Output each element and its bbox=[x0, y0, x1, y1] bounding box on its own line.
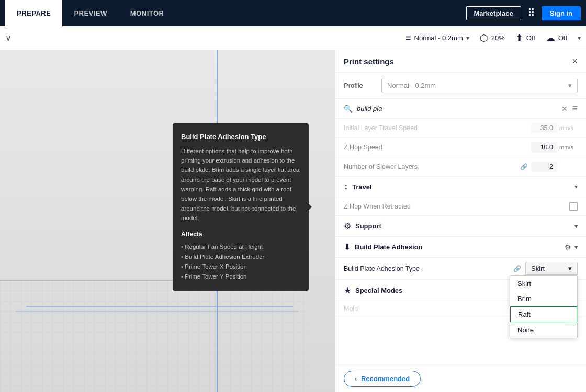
tooltip-title: Build Plate Adhesion Type bbox=[181, 132, 300, 142]
marketplace-button[interactable]: Marketplace bbox=[466, 6, 521, 20]
setting-unit: mm/s bbox=[559, 144, 578, 151]
build-plate-section-header[interactable]: ⬇ Build Plate Adhesion ⚙ ▾ bbox=[335, 237, 586, 258]
travel-section-icon: ↕ bbox=[344, 182, 348, 191]
adhesion-selected-value: Skirt bbox=[531, 264, 545, 272]
setting-z-hop-speed: Z Hop Speed 10.0 mm/s bbox=[335, 138, 586, 157]
setting-label: Z Hop When Retracted bbox=[344, 203, 569, 210]
dropdown-item-brim[interactable]: Brim bbox=[510, 291, 577, 306]
profile-chevron-icon: ▾ bbox=[466, 34, 469, 42]
infill-icon: ⬡ bbox=[480, 32, 488, 44]
search-menu-icon[interactable]: ≡ bbox=[572, 103, 578, 114]
close-panel-button[interactable]: × bbox=[572, 56, 578, 66]
tooltip-body: Different options that help to improve b… bbox=[181, 146, 300, 223]
search-clear-icon[interactable]: ✕ bbox=[561, 105, 568, 113]
profile-value: Normal - 0.2mm bbox=[414, 34, 463, 42]
signin-button[interactable]: Sign in bbox=[542, 6, 581, 20]
setting-label: Z Hop Speed bbox=[344, 144, 531, 151]
recommended-button[interactable]: ‹ Recommended bbox=[344, 371, 421, 387]
svg-rect-1 bbox=[0, 280, 309, 392]
profile-dropdown-chevron: ▾ bbox=[568, 82, 572, 89]
tooltip-list-item: Prime Tower Y Position bbox=[181, 272, 300, 282]
travel-section-chevron: ▾ bbox=[574, 183, 578, 190]
adhesion-type-row: Build Plate Adhesion Type 🔗 Skirt ▾ Skir… bbox=[335, 258, 586, 280]
search-row: 🔍 ✕ ≡ bbox=[335, 99, 586, 119]
infill-toolbar-item[interactable]: ⬡ 20% bbox=[480, 32, 505, 44]
tooltip-box: Build Plate Adhesion Type Different opti… bbox=[173, 123, 309, 291]
build-plate-section-title: Build Plate Adhesion bbox=[355, 243, 565, 251]
travel-section-header[interactable]: ↕ Travel ▾ bbox=[335, 177, 586, 197]
dropdown-item-skirt[interactable]: Skirt bbox=[510, 276, 577, 291]
support-section-header[interactable]: ⚙ Support ▾ bbox=[335, 216, 586, 237]
adhesion-dropdown-chevron: ▾ bbox=[568, 264, 572, 272]
support-section-chevron: ▾ bbox=[574, 223, 578, 230]
settings-content: Initial Layer Travel Speed 35.0 mm/s Z H… bbox=[335, 119, 586, 365]
panel-header: Print settings × bbox=[335, 50, 586, 73]
bottom-bar: ‹ Recommended bbox=[335, 365, 586, 392]
travel-section-title: Travel bbox=[352, 183, 574, 191]
adhesion-toolbar-item[interactable]: ☁ Off bbox=[546, 32, 567, 44]
adhesion-type-label: Build Plate Adhesion Type bbox=[344, 265, 513, 272]
support-value: Off bbox=[526, 34, 535, 42]
setting-unit: mm/s bbox=[559, 125, 578, 131]
toolbar-collapse-icon[interactable]: ∨ bbox=[5, 33, 12, 43]
search-icon: 🔍 bbox=[344, 105, 353, 113]
support-icon: ⬆ bbox=[515, 32, 523, 44]
setting-value[interactable]: 2 bbox=[531, 162, 557, 172]
grid-icon[interactable]: ⠿ bbox=[527, 7, 535, 19]
tooltip-affects-label: Affects bbox=[181, 229, 300, 239]
toolbar-right-section: ≡ Normal - 0.2mm ▾ ⬡ 20% ⬆ Off ☁ Off ▾ bbox=[405, 32, 581, 44]
profile-selected-value: Normal - 0.2mm bbox=[387, 82, 436, 89]
support-section-icon: ⚙ bbox=[344, 221, 351, 231]
adhesion-type-dropdown[interactable]: Skirt ▾ bbox=[525, 262, 578, 275]
profile-dropdown[interactable]: Normal - 0.2mm ▾ bbox=[381, 78, 578, 93]
infill-value: 20% bbox=[491, 34, 505, 42]
setting-slower-layers: Number of Slower Layers 🔗 2 bbox=[335, 157, 586, 177]
setting-z-hop-retracted: Z Hop When Retracted bbox=[335, 197, 586, 216]
support-toolbar-item[interactable]: ⬆ Off bbox=[515, 32, 535, 44]
link-icon: 🔗 bbox=[520, 163, 528, 170]
build-plate-section-chevron: ▾ bbox=[574, 244, 578, 251]
adhesion-link-icon: 🔗 bbox=[513, 265, 521, 272]
main-toolbar: ∨ ≡ Normal - 0.2mm ▾ ⬡ 20% ⬆ Off ☁ Off ▾ bbox=[0, 26, 586, 50]
profile-row: Profile Normal - 0.2mm ▾ bbox=[335, 73, 586, 99]
tooltip-list-item: Prime Tower X Position bbox=[181, 262, 300, 272]
print-settings-panel: Print settings × Profile Normal - 0.2mm … bbox=[335, 50, 586, 392]
setting-label: Number of Slower Layers bbox=[344, 163, 520, 170]
dropdown-item-none[interactable]: None bbox=[510, 322, 577, 338]
adhesion-value: Off bbox=[558, 34, 567, 42]
build-plate-adhesion-section: ⬇ Build Plate Adhesion ⚙ ▾ Build Plate A… bbox=[335, 237, 586, 280]
main-area: Build Plate Adhesion Type Different opti… bbox=[0, 50, 586, 392]
dropdown-item-raft[interactable]: Raft bbox=[510, 306, 577, 322]
setting-label: Initial Layer Travel Speed bbox=[344, 124, 531, 132]
recommended-label: Recommended bbox=[361, 375, 410, 383]
build-plate-settings-icon[interactable]: ⚙ bbox=[565, 243, 571, 251]
toolbar-expand-icon[interactable]: ▾ bbox=[578, 34, 581, 42]
setting-value[interactable]: 10.0 bbox=[531, 142, 557, 153]
adhesion-icon: ☁ bbox=[546, 32, 555, 44]
z-hop-checkbox[interactable] bbox=[569, 202, 578, 211]
tab-preview[interactable]: PREVIEW bbox=[62, 0, 118, 26]
build-plate-icon: ⬇ bbox=[344, 242, 351, 252]
profile-icon: ≡ bbox=[405, 32, 411, 43]
tooltip-list-item: Build Plate Adhesion Extruder bbox=[181, 252, 300, 262]
recommended-chevron-icon: ‹ bbox=[355, 375, 357, 383]
adhesion-dropdown-list: Skirt Brim Raft None bbox=[510, 275, 578, 338]
top-navigation: PREPARE PREVIEW MONITOR Marketplace ⠿ Si… bbox=[0, 0, 586, 26]
panel-title: Print settings bbox=[344, 57, 394, 66]
profile-label: Profile bbox=[344, 82, 375, 89]
tab-prepare[interactable]: PREPARE bbox=[5, 0, 62, 26]
tooltip-affects-list: Regular Fan Speed at Height Build Plate … bbox=[181, 242, 300, 282]
tab-monitor[interactable]: MONITOR bbox=[119, 0, 176, 26]
support-section-title: Support bbox=[355, 222, 574, 230]
search-input[interactable] bbox=[357, 105, 557, 112]
3d-viewport: Build Plate Adhesion Type Different opti… bbox=[0, 50, 335, 392]
setting-value[interactable]: 35.0 bbox=[531, 123, 557, 133]
special-modes-icon: ★ bbox=[344, 285, 351, 295]
profile-toolbar-item[interactable]: ≡ Normal - 0.2mm ▾ bbox=[405, 32, 469, 43]
setting-initial-layer-travel-speed: Initial Layer Travel Speed 35.0 mm/s bbox=[335, 119, 586, 138]
tooltip-list-item: Regular Fan Speed at Height bbox=[181, 242, 300, 252]
